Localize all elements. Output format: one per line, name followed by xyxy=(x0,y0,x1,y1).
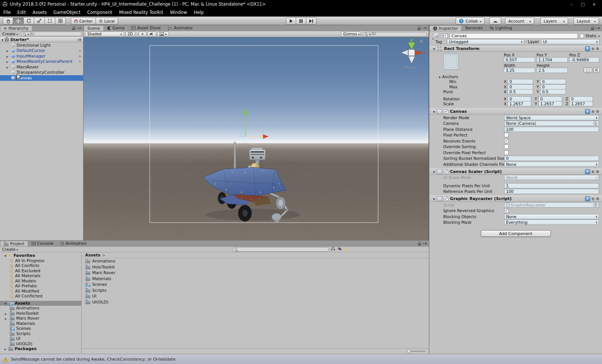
close-button[interactable]: × xyxy=(588,2,600,7)
asset-tree-item-mars-rover[interactable]: Mars Rover xyxy=(0,316,81,321)
menu-component[interactable]: Component xyxy=(84,8,116,17)
expander-icon[interactable] xyxy=(6,59,8,64)
preset-icon[interactable] xyxy=(591,170,594,174)
favorite-item-all-excluded[interactable]: All Excluded xyxy=(0,268,81,274)
transform-tool-button[interactable] xyxy=(55,17,66,24)
checkbox-override-sorting[interactable] xyxy=(504,144,509,149)
asset-tree-item-holotoolkit[interactable]: HoloToolkit xyxy=(0,311,81,316)
folder-item-animations[interactable]: Animations xyxy=(82,258,429,264)
layout-dropdown[interactable]: Layout xyxy=(573,17,599,24)
rotation-y-field[interactable]: 0 xyxy=(538,96,562,102)
preset-icon[interactable] xyxy=(591,197,594,201)
hierarchy-scene-row[interactable]: Starter* xyxy=(0,37,83,42)
collab-button[interactable]: Collab xyxy=(456,17,485,24)
scale-x-field[interactable]: 1.2657 xyxy=(508,101,531,106)
component-enabled-checkbox[interactable] xyxy=(444,109,448,114)
asset-tree-item-scenes[interactable]: Scenes xyxy=(0,326,81,331)
scene-lighting-toggle[interactable] xyxy=(138,32,146,36)
asset-tree-item-ui-old[interactable]: UI(OLD) xyxy=(0,341,81,347)
dropdown-blocking-objects[interactable]: None xyxy=(504,214,599,219)
scene-tab-scene[interactable]: Scene xyxy=(84,25,104,31)
scene-viewport[interactable]: y x ‹ Persp xyxy=(84,37,429,240)
move-gizmo[interactable] xyxy=(240,108,269,139)
folder-item-mars-rover[interactable]: Mars Rover xyxy=(82,270,429,276)
dropdown-render-mode[interactable]: World Space xyxy=(504,115,599,120)
hierarchy-item-mixedrealitycameraparent[interactable]: MixedRealityCameraParent xyxy=(0,59,83,65)
gizmos-dropdown[interactable]: Gizmos xyxy=(341,32,360,36)
scale-z-field[interactable]: 1.2657 xyxy=(569,101,593,106)
hierarchy-search-input[interactable]: All xyxy=(21,32,82,36)
expander-icon[interactable] xyxy=(5,301,6,306)
object-picker-icon[interactable] xyxy=(593,121,597,125)
expander-icon[interactable] xyxy=(5,346,6,351)
pos-y-field[interactable]: 1.1704 xyxy=(537,57,568,62)
gear-icon[interactable] xyxy=(596,47,599,51)
component-enabled-checkbox[interactable] xyxy=(444,197,448,201)
dropdown-additional-shader-channels-flag[interactable]: None xyxy=(504,162,599,167)
object-picker-icon[interactable] xyxy=(593,203,597,207)
packages-root[interactable]: Packages xyxy=(0,346,81,352)
static-checkbox[interactable] xyxy=(580,34,584,38)
axis-y-cone[interactable] xyxy=(408,42,415,50)
breadcrumb-label[interactable]: Assets xyxy=(85,253,100,258)
menu-help[interactable]: Help xyxy=(190,8,207,17)
hierarchy-item-defaultcursor[interactable]: DefaultCursor xyxy=(0,48,83,54)
scene-search-input[interactable]: All xyxy=(362,32,427,36)
expander-icon[interactable] xyxy=(5,311,7,316)
axis-neg-x-cone[interactable] xyxy=(401,50,408,55)
inspector-tab-lighting[interactable]: Lighting xyxy=(486,25,515,31)
axis-neg-y-cone[interactable] xyxy=(409,56,415,63)
account-dropdown[interactable]: Account xyxy=(505,17,534,24)
gear-icon[interactable] xyxy=(596,109,599,114)
tab-hierarchy[interactable]: Hierarchy xyxy=(0,25,32,31)
add-component-button[interactable]: Add Component xyxy=(481,230,551,237)
raw-edit-button[interactable]: R xyxy=(593,68,600,73)
graphic-raycaster-header[interactable]: Graphic Raycaster (Script) xyxy=(429,196,602,202)
field-dynamic-pixels-per-unit[interactable]: 1 xyxy=(504,183,599,188)
min-x-field[interactable]: 0 xyxy=(508,79,533,84)
canvas-component-header[interactable]: Canvas xyxy=(429,108,602,115)
help-icon[interactable] xyxy=(585,46,590,51)
cloud-services-button[interactable] xyxy=(489,17,501,24)
hierarchy-create-button[interactable]: Create xyxy=(1,32,19,36)
preset-icon[interactable] xyxy=(591,47,594,51)
draw-mode-dropdown[interactable]: Shaded xyxy=(85,32,124,36)
expander-icon[interactable] xyxy=(2,37,3,42)
scene-orientation-gizmo[interactable]: y x ‹ Persp xyxy=(401,38,426,70)
prefab-chevron-icon[interactable] xyxy=(78,48,81,53)
scene-menu-icon[interactable] xyxy=(77,38,82,42)
inspector-tab-inspector[interactable]: Inspector xyxy=(429,25,462,31)
expander-icon[interactable] xyxy=(433,196,435,201)
field-reference-pixels-per-unit[interactable]: 100 xyxy=(504,189,599,194)
anchor-preview[interactable] xyxy=(443,54,459,70)
lock-icon[interactable] xyxy=(72,28,75,30)
lock-icon[interactable] xyxy=(591,28,594,30)
prefab-chevron-icon[interactable] xyxy=(78,54,81,59)
favorites-root[interactable]: Favorites xyxy=(0,253,81,258)
pivot-y-field[interactable]: 0.5 xyxy=(540,89,566,94)
asset-tree-item-animations[interactable]: Animations xyxy=(0,306,81,311)
field-plane-distance[interactable]: 100 xyxy=(504,127,599,132)
pause-button[interactable] xyxy=(296,17,306,24)
expander-icon[interactable] xyxy=(433,109,435,114)
scene-tab-game[interactable]: Game xyxy=(104,25,128,31)
expander-icon[interactable] xyxy=(6,65,8,70)
canvas-scaler-header[interactable]: Canvas Scaler (Script) xyxy=(429,168,602,175)
min-y-field[interactable]: 0 xyxy=(540,79,566,84)
expander-icon[interactable] xyxy=(5,253,6,258)
menu-file[interactable]: File xyxy=(0,8,14,17)
expander-icon[interactable] xyxy=(433,46,435,51)
expander-icon[interactable] xyxy=(6,54,8,59)
panel-menu-icon[interactable] xyxy=(596,26,600,30)
hand-tool-button[interactable] xyxy=(3,17,13,24)
gameobject-cube-icon[interactable] xyxy=(432,33,441,39)
height-field[interactable]: 2.5 xyxy=(537,68,568,73)
folder-item-holotoolkit[interactable]: HoloToolkit xyxy=(82,264,429,270)
checkbox-receives-events[interactable] xyxy=(504,139,509,143)
hierarchy-item-canvas[interactable]: Canvas xyxy=(0,75,83,81)
folder-item-materials[interactable]: Materials xyxy=(82,276,429,282)
expander-icon[interactable] xyxy=(6,48,8,53)
folder-item-scripts[interactable]: Scripts xyxy=(82,288,429,294)
field-sorting-bucket-normalized-size[interactable]: 0 xyxy=(504,156,599,161)
pos-x-field[interactable]: 0.507 xyxy=(504,57,535,62)
